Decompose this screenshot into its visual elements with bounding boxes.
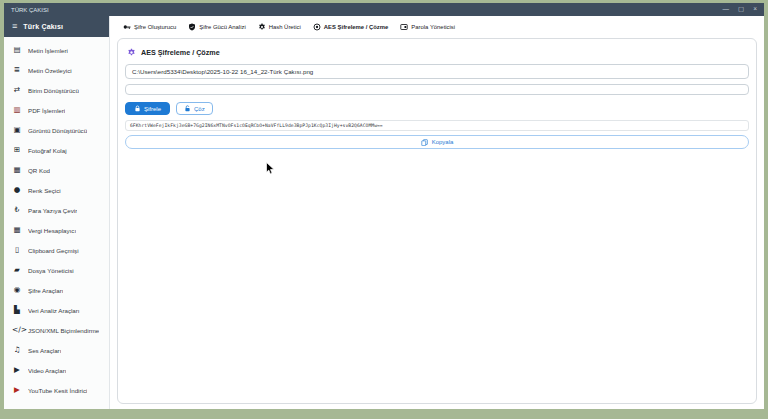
money-icon: ₺ [12,206,22,214]
tab-label: AES Şifreleme / Çözme [324,24,389,30]
result-output[interactable]: 6FKhrtVWeFejIkFkj3eGB+7Gg2IN6xMTNvOFs1cO… [125,120,749,131]
sidebar-items: ▤Metin İşlemleri≣Metin Özetleyici⇄Birim … [4,37,109,409]
sidebar-item-metin-islemleri[interactable]: ▤Metin İşlemleri [4,40,109,60]
sidebar-item-youtube-kesit-indirici[interactable]: ▶YouTube Kesit İndirici [4,380,109,400]
password-tools-icon: ◉ [12,286,22,294]
sidebar-item-pdf-islemleri[interactable]: ▥PDF İşlemleri [4,100,109,120]
aes-panel: AES Şifreleme / Çözme C:\Users\erd5334\D… [117,38,757,404]
sidebar-item-birim-donusturucu[interactable]: ⇄Birim Dönüştürücü [4,80,109,100]
tab-label: Parola Yöneticisi [411,24,455,30]
main-area: Şifre OluşturucuŞifre Gücü AnaliziHash Ü… [110,16,764,409]
sidebar-item-label: Şifre Araçları [28,287,63,294]
copy-button[interactable]: Kopyala [125,135,749,149]
sidebar-item-dosya-yoneticisi[interactable]: ▰Dosya Yöneticisi [4,260,109,280]
sidebar-item-goruntu-donusturucu[interactable]: ▣Görüntü Dönüştürücü [4,120,109,140]
tab-sifre-gucu-analizi[interactable]: Şifre Gücü Analizi [188,23,246,31]
sidebar-item-label: JSON/XML Biçimlendirme [28,327,99,334]
maximize-button[interactable]: ▢ [738,6,744,13]
key-icon [123,23,131,31]
aes-circle-icon [313,23,321,31]
pdf-icon: ▥ [12,106,22,114]
action-button-row: Şifrele Çöz [125,102,749,115]
sidebar-item-renk-secici[interactable]: ●Renk Seçici [4,180,109,200]
music-icon: ♫ [12,346,22,354]
sidebar-item-label: Metin Özetleyici [28,67,72,74]
sidebar-item-label: Video Araçları [28,367,66,374]
gear-icon [127,48,136,57]
sidebar-item-label: QR Kod [28,167,50,174]
tab-bar: Şifre OluşturucuŞifre Gücü AnaliziHash Ü… [110,16,764,36]
sidebar-item-label: Birim Dönüştürücü [28,87,79,94]
sidebar-item-label: Ses Araçları [28,347,61,354]
window-controls: —▢× [723,6,757,13]
window-title: TÜRK ÇAKISI [11,7,49,13]
sidebar-item-label: YouTube Kesit İndirici [28,387,87,394]
sidebar-item-label: Renk Seçici [28,187,61,194]
gear-icon [258,23,266,31]
code-icon: </> [12,326,22,334]
vault-icon [400,23,408,31]
tab-label: Şifre Oluşturucu [134,24,176,30]
sidebar-item-json-xml-bicimlendirme[interactable]: </>JSON/XML Biçimlendirme [4,320,109,340]
sidebar-item-veri-analiz-araclari[interactable]: ▙Veri Analiz Araçları [4,300,109,320]
text-document-icon: ▤ [12,46,22,54]
file-path-input[interactable]: C:\Users\erd5334\Desktop\2025-10-22 16_1… [125,64,749,79]
palette-icon: ● [12,186,22,194]
sidebar-item-sifre-araclari[interactable]: ◉Şifre Araçları [4,280,109,300]
panel-header: AES Şifreleme / Çözme [127,48,749,57]
sidebar-item-fotograf-kolaj[interactable]: ⊞Fotoğraf Kolaj [4,140,109,160]
qr-code-icon: ▦ [12,166,22,174]
tab-aes-sifreleme[interactable]: AES Şifreleme / Çözme [313,23,389,31]
sidebar-item-ses-araclari[interactable]: ♫Ses Araçları [4,340,109,360]
calculator-icon: ▦ [12,226,22,234]
tab-parola-yoneticisi[interactable]: Parola Yöneticisi [400,23,455,31]
folder-icon: ▰ [12,266,22,274]
copy-button-label: Kopyala [432,139,454,145]
minimize-button[interactable]: — [723,6,730,13]
shield-check-icon [188,23,196,31]
lock-icon [134,105,141,112]
app-window: TÜRK ÇAKISI —▢× ≡ Türk Çakısı ▤Metin İşl… [4,3,764,409]
sidebar-item-vergi-hesaplayici[interactable]: ▦Vergi Hesaplayıcı [4,220,109,240]
bar-chart-icon: ▙ [12,306,22,314]
sidebar-item-label: Vergi Hesaplayıcı [28,227,76,234]
sidebar-item-video-araclari[interactable]: ▶Video Araçları [4,360,109,380]
sidebar-title: Türk Çakısı [23,23,63,30]
image-icon: ▣ [12,126,22,134]
sidebar-item-label: Clipboard Geçmişi [28,247,79,254]
video-icon: ▶ [12,366,22,374]
decrypt-button-label: Çöz [194,106,205,112]
clipboard-icon: ▯ [12,246,22,254]
close-button[interactable]: × [753,6,757,13]
sidebar-item-para-yaziya-cevir[interactable]: ₺Para Yazıya Çevir [4,200,109,220]
encrypt-button[interactable]: Şifrele [125,102,170,115]
sidebar-header: ≡ Türk Çakısı [4,16,109,37]
sidebar-item-label: Görüntü Dönüştürücü [28,127,87,134]
panel-title: AES Şifreleme / Çözme [141,48,220,57]
copy-icon [421,139,428,146]
sidebar-item-metin-ozetleyici[interactable]: ≣Metin Özetleyici [4,60,109,80]
sidebar-item-label: Dosya Yöneticisi [28,267,74,274]
tab-label: Şifre Gücü Analizi [199,24,246,30]
title-bar: TÜRK ÇAKISI —▢× [4,3,764,16]
decrypt-button[interactable]: Çöz [176,102,213,115]
app-body: ≡ Türk Çakısı ▤Metin İşlemleri≣Metin Öze… [4,16,764,409]
sidebar-item-clipboard-gecmisi[interactable]: ▯Clipboard Geçmişi [4,240,109,260]
collage-icon: ⊞ [12,146,22,154]
tab-hash-uretici[interactable]: Hash Üretici [258,23,301,31]
unlock-icon [184,105,191,112]
sidebar-item-label: PDF İşlemleri [28,107,65,114]
tab-sifre-olusturucu[interactable]: Şifre Oluşturucu [123,23,176,31]
sidebar-item-label: Fotoğraf Kolaj [28,147,67,154]
sidebar-item-qr-kod[interactable]: ▦QR Kod [4,160,109,180]
encrypt-button-label: Şifrele [144,106,161,112]
sidebar-item-label: Veri Analiz Araçları [28,307,80,314]
sidebar-item-label: Metin İşlemleri [28,47,68,54]
sidebar: ≡ Türk Çakısı ▤Metin İşlemleri≣Metin Öze… [4,16,110,409]
hamburger-icon[interactable]: ≡ [12,22,17,31]
unit-converter-icon: ⇄ [12,86,22,94]
sidebar-item-label: Para Yazıya Çevir [28,207,77,214]
document-lines-icon: ≣ [12,66,22,74]
tab-label: Hash Üretici [269,24,301,30]
key-input[interactable] [125,84,749,95]
